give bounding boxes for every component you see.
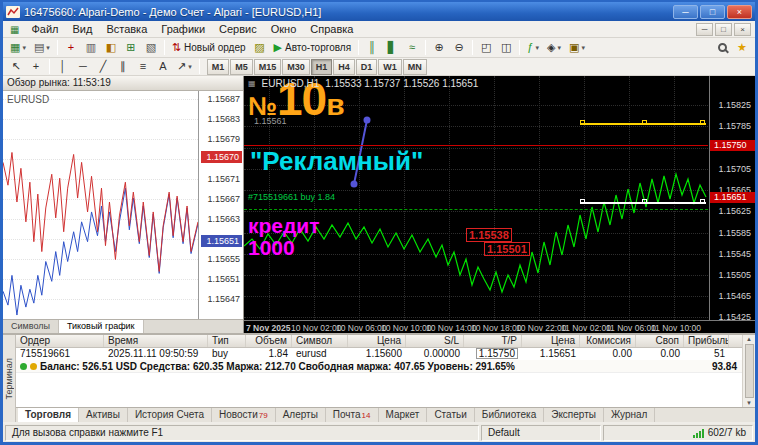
terminal-button[interactable]: ⊞: [121, 39, 141, 57]
column-header[interactable]: Цена: [522, 335, 580, 347]
tick-chart[interactable]: EURUSD 1.156871.156831.156791.156751.156…: [3, 91, 243, 319]
column-header[interactable]: Объем: [246, 335, 292, 347]
zoom-in-button[interactable]: ⊕: [429, 39, 449, 57]
mdi-minimize-button[interactable]: ─: [696, 23, 713, 36]
status-connection[interactable]: 602/7 kb: [603, 425, 753, 441]
timeframe-button-m1[interactable]: M1: [207, 59, 230, 75]
vertical-line-tool[interactable]: │: [53, 58, 73, 76]
arrows-tool[interactable]: ↗▾: [173, 58, 196, 76]
crosshair-tool[interactable]: +: [26, 58, 46, 76]
title-bar[interactable]: 16475660: Alpari-Demo - Демо Счет - Alpa…: [3, 2, 755, 21]
swing-low-label-1[interactable]: 1.15538: [466, 228, 512, 242]
timeframe-button-h1[interactable]: H1: [311, 59, 333, 75]
zoom-out-button[interactable]: ⊖: [449, 39, 469, 57]
timeframe-button-w1[interactable]: W1: [378, 59, 402, 75]
bars-chart-button[interactable]: ║: [362, 39, 382, 57]
timeframe-button-m5[interactable]: M5: [230, 59, 253, 75]
column-header[interactable]: Тип: [208, 335, 246, 347]
menu-item[interactable]: Вид: [66, 21, 100, 37]
terminal-tab[interactable]: Торговля: [18, 408, 79, 422]
scroll-down-icon[interactable]: ▼: [746, 400, 752, 406]
column-header[interactable]: Символ: [292, 335, 348, 347]
market-watch-header[interactable]: Обзор рынка: 11:53:19: [3, 76, 243, 91]
menu-item[interactable]: Справка: [303, 21, 360, 37]
text-object-credit[interactable]: кредит: [248, 214, 320, 238]
terminal-tab[interactable]: Маркет: [379, 408, 428, 422]
menu-item[interactable]: Графики: [154, 21, 212, 37]
metaeditor-button[interactable]: ▨: [250, 39, 270, 57]
cursor-tool[interactable]: ↖: [6, 58, 26, 76]
menu-item[interactable]: Файл: [24, 21, 65, 37]
mdi-close-button[interactable]: ×: [734, 23, 751, 36]
text-tool[interactable]: A: [153, 58, 173, 76]
periods-button[interactable]: ◈▾: [543, 39, 565, 57]
indicators-button[interactable]: ƒ▾: [523, 39, 543, 57]
column-header[interactable]: T/P: [464, 335, 522, 347]
terminal-side-tab[interactable]: Терминал: [3, 335, 16, 422]
terminal-tab[interactable]: Статьи: [427, 408, 474, 422]
trendline-tool[interactable]: ╱: [93, 58, 113, 76]
scrollbar-thumb[interactable]: [745, 344, 754, 398]
autotrading-button[interactable]: ▶Авто-торговля: [270, 39, 356, 57]
terminal-tab[interactable]: Эксперты: [544, 408, 604, 422]
swing-low-label-2[interactable]: 1.15501: [484, 242, 530, 256]
main-chart[interactable]: ▦ EURUSD,H1 1.15533 1.15737 1.15526 1.15…: [244, 76, 755, 333]
text-object-promo[interactable]: "Рекламный": [250, 146, 423, 177]
maximize-button[interactable]: □: [700, 5, 725, 19]
column-header[interactable]: Время: [104, 335, 208, 347]
terminal-tab[interactable]: Новости79: [212, 408, 276, 422]
vertical-scrollbar[interactable]: ▲ ▼: [742, 335, 755, 407]
close-button[interactable]: ×: [727, 5, 752, 19]
terminal-tab[interactable]: История Счета: [128, 408, 212, 422]
chart-plot[interactable]: ▦ EURUSD,H1 1.15533 1.15737 1.15526 1.15…: [244, 76, 708, 320]
new-order-button[interactable]: ⇅Новый ордер: [168, 39, 250, 57]
search-button[interactable]: [712, 39, 732, 57]
terminal-tab[interactable]: Активы: [79, 408, 128, 422]
column-header[interactable]: Прибыль: [684, 335, 729, 347]
market-watch-button[interactable]: +: [61, 39, 81, 57]
candlestick-chart-button[interactable]: ▋: [382, 39, 402, 57]
navigator-button[interactable]: ◧: [101, 39, 121, 57]
horizontal-line-tool[interactable]: ─: [73, 58, 93, 76]
mdi-restore-button[interactable]: □: [715, 23, 732, 36]
column-header[interactable]: Цена: [348, 335, 406, 347]
menu-item[interactable]: Окно: [264, 21, 304, 37]
timeframe-button-h4[interactable]: H4: [333, 59, 355, 75]
scroll-up-icon[interactable]: ▲: [746, 336, 752, 342]
terminal-tab[interactable]: Алерты: [276, 408, 326, 422]
terminal-tab[interactable]: Почта14: [326, 408, 379, 422]
strategy-tester-button[interactable]: ▧: [141, 39, 161, 57]
favorites-button[interactable]: ★: [732, 39, 752, 57]
timeframe-button-m30[interactable]: M30: [282, 59, 310, 75]
new-chart-button[interactable]: ▦▾: [6, 39, 30, 57]
text-object-credit-amount[interactable]: 1000: [248, 236, 295, 260]
cascade-windows-button[interactable]: ◰: [476, 39, 496, 57]
mdi-controls: ─ □ ×: [696, 23, 753, 36]
column-header[interactable]: Ордер: [16, 335, 104, 347]
column-header[interactable]: Своп: [636, 335, 684, 347]
terminal-tab[interactable]: Библиотека: [475, 408, 544, 422]
terminal-tab[interactable]: Журнал: [604, 408, 656, 422]
column-header[interactable]: Комиссия: [580, 335, 636, 347]
tile-windows-button[interactable]: ◫: [496, 39, 516, 57]
menu-item[interactable]: Сервис: [212, 21, 264, 37]
fibonacci-tool[interactable]: ≡: [133, 58, 153, 76]
tp-cell-value[interactable]: 1.15750: [476, 348, 518, 359]
templates-button[interactable]: ▣▾: [565, 39, 589, 57]
channel-tool[interactable]: ∥: [113, 58, 133, 76]
timeframe-button-mn[interactable]: MN: [403, 59, 427, 75]
profiles-button[interactable]: ▤▾: [30, 39, 54, 57]
order-row[interactable]: 7155196612025.11.11 09:50:59buy1.84eurus…: [16, 348, 755, 360]
timeframe-button-d1[interactable]: D1: [356, 59, 378, 75]
market-watch-tab[interactable]: Символы: [3, 320, 59, 333]
data-window-button[interactable]: ▥: [81, 39, 101, 57]
timeframe-button-m15[interactable]: M15: [254, 59, 282, 75]
line-chart-button[interactable]: ≈: [402, 39, 422, 57]
menu-item[interactable]: Вставка: [99, 21, 154, 37]
minimize-button[interactable]: ─: [673, 5, 698, 19]
status-profile[interactable]: Default: [481, 425, 601, 441]
text-icon: A: [159, 61, 166, 72]
column-header[interactable]: S/L: [406, 335, 464, 347]
market-watch-tab[interactable]: Тиковый график: [59, 320, 144, 333]
tick-scale-label: 1.15671: [207, 174, 240, 184]
